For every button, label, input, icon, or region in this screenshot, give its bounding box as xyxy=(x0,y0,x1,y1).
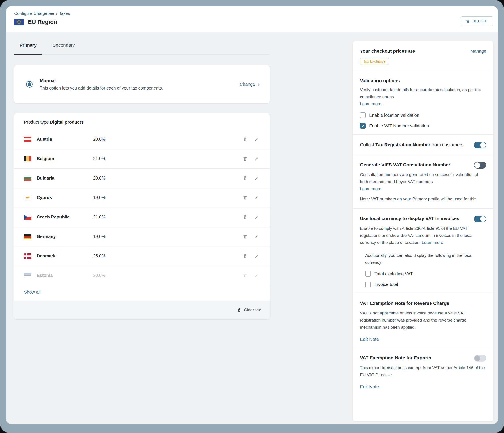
toggle-knob xyxy=(474,355,480,361)
tax-mode-card: Manual This option lets you add details … xyxy=(14,65,270,103)
manage-link[interactable]: Manage xyxy=(470,47,486,55)
checkbox xyxy=(365,282,371,287)
collect-trn-toggle[interactable] xyxy=(474,142,486,148)
window-frame: Configure Chargebee/Taxes EU Region xyxy=(0,0,504,433)
delete-row-icon[interactable] xyxy=(243,156,248,161)
tax-rate: 20.0% xyxy=(93,273,243,278)
checkbox xyxy=(365,271,371,277)
edit-row-icon[interactable] xyxy=(254,273,259,278)
edit-row-icon[interactable] xyxy=(254,215,259,220)
delete-button[interactable]: DELETE xyxy=(461,16,493,26)
table-row: Czech Republic 21.0% xyxy=(14,207,270,227)
manual-radio[interactable] xyxy=(26,81,33,88)
page-header: Configure Chargebee/Taxes EU Region xyxy=(6,6,498,32)
country-name: Cyprus xyxy=(37,195,93,200)
product-type-header: Product type Digital products xyxy=(14,113,270,129)
tax-rate: 20.0% xyxy=(93,175,243,181)
checkbox-label: Enable location validation xyxy=(369,113,419,118)
change-link[interactable]: Change › xyxy=(240,82,260,87)
country-flag-icon xyxy=(24,253,31,259)
tab-primary[interactable]: Primary xyxy=(14,38,42,55)
tax-rate: 20.0% xyxy=(93,137,243,142)
row-actions xyxy=(243,195,259,200)
checkbox-label: Total excluding VAT xyxy=(374,271,413,276)
row-actions xyxy=(243,273,259,278)
collect-trn-bold: Tax Registration Number xyxy=(375,142,430,147)
local-currency-title: Use local currency to display VAT in inv… xyxy=(360,214,464,223)
table-row: Germany 19.0% xyxy=(14,227,270,246)
country-name: Denmark xyxy=(37,253,93,258)
local-currency-learn-more-link[interactable]: Learn more xyxy=(422,240,443,245)
country-name: Austria xyxy=(37,137,93,142)
show-all-link[interactable]: Show all xyxy=(24,290,41,295)
validation-learn-more-link[interactable]: Learn more. xyxy=(360,100,486,108)
delete-button-label: DELETE xyxy=(473,19,488,23)
edit-row-icon[interactable] xyxy=(254,254,259,258)
breadcrumb-configure-chargebee[interactable]: Configure Chargebee xyxy=(14,11,54,16)
manual-texts: Manual This option lets you add details … xyxy=(40,78,240,91)
collect-trn-section: Collect Tax Registration Number from cus… xyxy=(353,134,493,155)
delete-row-icon[interactable] xyxy=(243,234,248,239)
row-actions xyxy=(243,234,259,239)
edit-row-icon[interactable] xyxy=(254,137,259,142)
vies-note: Note: VAT numbers on your Primary profil… xyxy=(360,195,486,203)
manual-title: Manual xyxy=(40,78,240,83)
checkbox xyxy=(360,123,366,129)
delete-row-icon[interactable] xyxy=(243,254,248,258)
country-flag-icon xyxy=(24,175,31,181)
product-type-value: Digital products xyxy=(50,120,84,125)
country-flag-icon xyxy=(24,234,31,239)
check-icon xyxy=(361,124,365,128)
validation-options-title: Validation options xyxy=(360,76,486,85)
checkout-prices-title: Your checkout prices are xyxy=(360,47,415,55)
edit-row-icon[interactable] xyxy=(254,234,259,239)
product-type-label: Product type xyxy=(24,120,50,125)
exports-note-toggle[interactable] xyxy=(474,355,486,362)
local-currency-section: Use local currency to display VAT in inv… xyxy=(353,208,493,293)
table-row: Bulgaria 20.0% xyxy=(14,168,270,188)
main-content: Primary Secondary Manual This option let… xyxy=(14,32,270,319)
clear-tax-button[interactable]: Clear tax xyxy=(14,301,270,319)
delete-row-icon[interactable] xyxy=(243,176,248,181)
edit-row-icon[interactable] xyxy=(254,195,259,200)
exports-note-title: VAT Exemption Note for Exports xyxy=(360,354,469,362)
breadcrumb: Configure Chargebee/Taxes xyxy=(14,11,70,16)
breadcrumb-separator: / xyxy=(56,11,57,16)
exports-edit-note-link[interactable]: Edit Note xyxy=(360,384,379,389)
delete-row-icon[interactable] xyxy=(243,273,248,278)
tab-bar: Primary Secondary xyxy=(14,38,270,55)
delete-row-icon[interactable] xyxy=(243,215,248,220)
tax-rates-card: Product type Digital products Austria 20… xyxy=(14,113,270,319)
table-row: Belgium 21.0% xyxy=(14,149,270,168)
local-currency-toggle[interactable] xyxy=(474,216,486,222)
table-row: Cyprus 19.0% xyxy=(14,188,270,207)
chevron-right-icon: › xyxy=(257,82,260,86)
vies-learn-more-link[interactable]: Learn more xyxy=(360,185,486,192)
country-name: Czech Republic xyxy=(37,214,93,220)
delete-row-icon[interactable] xyxy=(243,195,248,200)
validation-description: Verify customer tax details for accurate… xyxy=(360,86,486,100)
table-row: Austria 20.0% xyxy=(14,129,270,149)
checkbox-row[interactable]: Enable location validation xyxy=(360,112,486,118)
breadcrumb-taxes[interactable]: Taxes xyxy=(59,11,70,16)
exports-note-section: VAT Exemption Note for Exports This expo… xyxy=(353,348,493,395)
table-row: Estonia 20.0% xyxy=(14,266,270,285)
checkbox-row[interactable]: Invoice total xyxy=(365,282,486,287)
edit-row-icon[interactable] xyxy=(254,176,259,181)
delete-row-icon[interactable] xyxy=(243,137,248,142)
trash-icon xyxy=(466,19,470,23)
checkbox-row[interactable]: Enable VAT Number validation xyxy=(360,123,486,129)
vies-toggle[interactable] xyxy=(474,162,486,168)
tax-rate: 19.0% xyxy=(93,234,243,239)
checkbox-row[interactable]: Total excluding VAT xyxy=(365,271,486,277)
validation-checkboxes: Enable location validation Enable VAT Nu… xyxy=(360,112,486,129)
vies-description: Consultation numbers are generated on su… xyxy=(360,171,486,185)
manual-description: This option lets you add details for eac… xyxy=(40,86,240,91)
local-currency-description: Enable to comply with Article 230/Articl… xyxy=(360,225,486,246)
edit-row-icon[interactable] xyxy=(254,156,259,161)
row-actions xyxy=(243,156,259,161)
collect-trn-suffix: from customers xyxy=(430,142,464,147)
tab-secondary[interactable]: Secondary xyxy=(47,38,80,55)
country-flag-icon xyxy=(24,214,31,220)
reverse-charge-edit-note-link[interactable]: Edit Note xyxy=(360,337,379,342)
